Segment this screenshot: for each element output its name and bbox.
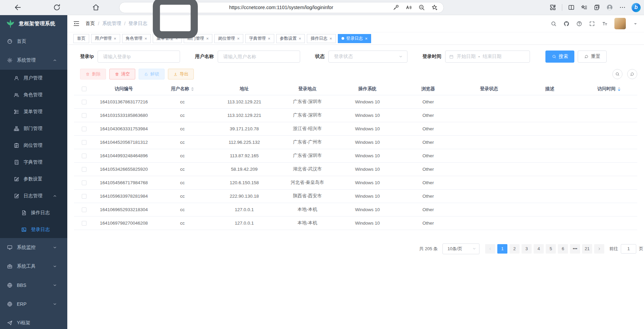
sidebar-item-系统监控[interactable]: 系统监控 xyxy=(0,238,67,257)
filter-input-用户名称[interactable] xyxy=(218,51,300,62)
row-checkbox[interactable] xyxy=(82,167,86,172)
sidebar-item-用户管理[interactable]: 用户管理 xyxy=(0,70,67,87)
column-header-用户名称[interactable]: 用户名称 xyxy=(153,83,211,95)
sidebar-item-操作日志[interactable]: 操作日志 xyxy=(0,204,67,221)
sidebar-item-部门管理[interactable]: 部门管理 xyxy=(0,120,67,137)
table-row[interactable]: 1641044993248464896cc113.87.92.165广东省-深圳… xyxy=(74,149,637,162)
row-checkbox[interactable] xyxy=(82,140,86,145)
font-size-icon[interactable] xyxy=(602,21,608,27)
tab-首页[interactable]: 首页 xyxy=(73,34,89,43)
row-checkbox[interactable] xyxy=(82,207,86,212)
prev-page-button[interactable] xyxy=(485,244,495,254)
collections-icon[interactable] xyxy=(593,4,601,11)
page-button-1[interactable]: 1 xyxy=(497,244,507,254)
goto-page-input[interactable] xyxy=(621,244,636,254)
tab-close-icon[interactable]: × xyxy=(365,36,368,41)
search-button[interactable]: 搜索 xyxy=(545,51,574,63)
sidebar-item-角色管理[interactable]: 角色管理 xyxy=(0,87,67,103)
table-row[interactable]: 1641059633978281984cc222.90.130.18陕西省-西安… xyxy=(74,189,637,203)
page-button-5[interactable]: 5 xyxy=(546,244,556,254)
copilot-icon[interactable]: b xyxy=(632,3,641,12)
sidebar-item-BBS[interactable]: BBS xyxy=(0,276,67,295)
table-row[interactable]: 1641054566717984768cc120.6.150.158河北省-秦皇… xyxy=(74,176,637,189)
sidebar-item-首页[interactable]: 首页 xyxy=(0,32,67,51)
sidebar-collapse-icon[interactable] xyxy=(73,20,80,27)
app-logo[interactable]: 意框架管理系统 xyxy=(0,15,67,32)
address-bar[interactable]: https://ccnetcore.com:1101/system/log/lo… xyxy=(119,2,444,13)
tab-操作日志[interactable]: 操作日志× xyxy=(307,34,336,43)
导出-button[interactable]: 导出 xyxy=(168,69,194,79)
table-row[interactable]: 1641069798270046208cc127.0.0.1本地-本机Windo… xyxy=(74,216,637,230)
favorites-icon[interactable] xyxy=(580,4,588,11)
table-row[interactable]: 1641044520567181312cc112.96.225.132广东省-广… xyxy=(74,135,637,149)
extensions-icon[interactable] xyxy=(549,4,557,11)
read-aloud-icon[interactable] xyxy=(405,4,413,11)
search-toggle-button[interactable] xyxy=(612,69,622,79)
table-row[interactable]: 1641069652933218304cc127.0.0.1本地-本机Windo… xyxy=(74,203,637,216)
清空-button[interactable]: 清空 xyxy=(109,69,135,79)
row-checkbox[interactable] xyxy=(82,180,86,185)
tab-close-icon[interactable]: × xyxy=(114,36,116,41)
zoom-out-icon[interactable] xyxy=(418,4,425,11)
page-button-4[interactable]: 4 xyxy=(534,244,544,254)
tab-参数设置[interactable]: 参数设置× xyxy=(276,34,305,43)
more-icon[interactable] xyxy=(619,4,626,11)
fold-icon[interactable] xyxy=(73,20,80,27)
sidebar-item-Yi框架[interactable]: Yi框架 xyxy=(0,314,67,329)
table-row[interactable]: 1641031533185863680cc113.102.129.221广东省-… xyxy=(74,108,637,122)
reload-icon[interactable] xyxy=(52,3,61,12)
refresh-toggle-button[interactable] xyxy=(627,69,637,79)
key-icon[interactable] xyxy=(392,4,400,11)
row-checkbox[interactable] xyxy=(82,221,86,226)
sidebar-item-岗位管理[interactable]: 岗位管理 xyxy=(0,137,67,154)
search-icon[interactable] xyxy=(550,21,557,27)
table-row[interactable]: 1641031367863177216cc113.102.129.221广东省-… xyxy=(74,95,637,108)
row-checkbox[interactable] xyxy=(82,127,86,131)
page-button-21[interactable]: 21 xyxy=(582,244,592,254)
tab-用户管理[interactable]: 用户管理× xyxy=(91,34,120,43)
sidebar-item-字典管理[interactable]: 字典管理 xyxy=(0,154,67,171)
url-text[interactable]: https://ccnetcore.com:1101/system/log/lo… xyxy=(229,5,392,10)
sidebar-item-ERP[interactable]: ERP xyxy=(0,295,67,314)
sidebar-item-菜单管理[interactable]: 菜单管理 xyxy=(0,103,67,120)
breadcrumb-item[interactable]: 首页 xyxy=(85,21,95,27)
lock-icon[interactable] xyxy=(125,0,226,58)
filter-daterange[interactable]: 开始日期-结束日期 xyxy=(445,51,530,63)
sidebar-item-参数设置[interactable]: 参数设置 xyxy=(0,171,67,188)
select-all-checkbox[interactable] xyxy=(82,87,86,91)
reset-button[interactable]: 重置 xyxy=(578,51,607,63)
tab-close-icon[interactable]: × xyxy=(299,36,301,41)
tab-close-icon[interactable]: × xyxy=(329,36,332,41)
profile-icon[interactable] xyxy=(606,4,613,11)
page-button-•••[interactable]: ••• xyxy=(570,244,580,254)
page-button-2[interactable]: 2 xyxy=(509,244,520,254)
home-icon[interactable] xyxy=(92,3,100,12)
删除-button[interactable]: 删除 xyxy=(80,69,106,79)
back-icon[interactable] xyxy=(13,3,22,12)
row-checkbox[interactable] xyxy=(82,154,86,158)
解锁-button[interactable]: 解锁 xyxy=(139,69,165,79)
split-screen-icon[interactable] xyxy=(568,4,575,11)
sort-control[interactable] xyxy=(618,87,620,91)
page-button-3[interactable]: 3 xyxy=(522,244,532,254)
table-row[interactable]: 1641053426655825920cc58.19.42.209湖北省-武汉市… xyxy=(74,162,637,176)
next-page-button[interactable] xyxy=(594,244,604,254)
help-icon[interactable] xyxy=(576,21,582,27)
page-size-select[interactable]: 10条/页 xyxy=(442,243,479,254)
fullscreen-icon[interactable] xyxy=(589,21,595,27)
github-icon[interactable] xyxy=(563,21,570,27)
page-button-6[interactable]: 6 xyxy=(558,244,568,254)
tab-close-icon[interactable]: × xyxy=(268,36,271,41)
site-permissions-icon[interactable] xyxy=(125,0,226,58)
table-row[interactable]: 1641043063331753984cc39.171.210.78浙江省-绍兴… xyxy=(74,122,637,135)
sidebar-item-日志管理[interactable]: 日志管理 xyxy=(0,188,67,204)
tab-close-icon[interactable]: × xyxy=(237,36,240,41)
filter-select-状态[interactable]: 登录状态 xyxy=(328,51,407,63)
sidebar-item-登录日志[interactable]: 登录日志 xyxy=(0,221,67,238)
sort-control[interactable] xyxy=(191,87,194,91)
row-checkbox[interactable] xyxy=(82,100,86,104)
tab-登录日志[interactable]: 登录日志× xyxy=(338,34,371,43)
tab-字典管理[interactable]: 字典管理× xyxy=(245,34,274,43)
row-checkbox[interactable] xyxy=(82,194,86,199)
row-checkbox[interactable] xyxy=(82,113,86,118)
